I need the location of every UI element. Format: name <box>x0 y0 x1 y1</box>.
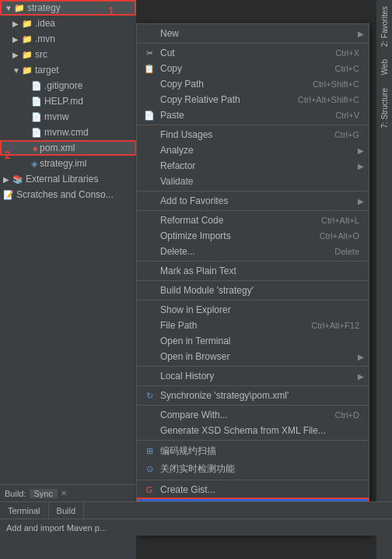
tree-label: pom.xml <box>40 142 75 153</box>
tab-build[interactable]: Build <box>49 502 84 519</box>
tab-terminal[interactable]: Terminal <box>0 502 49 519</box>
expand-arrow <box>12 35 22 44</box>
menu-label: Compare With... <box>160 410 320 420</box>
menu-item-mark-plain[interactable]: Mark as Plain Text <box>137 263 369 279</box>
submenu-arrow: ▶ <box>358 372 364 381</box>
structure-tab-label: 7: Structure <box>380 88 389 128</box>
menu-separator <box>137 405 369 406</box>
scratch-icon: 📝 <box>3 190 14 200</box>
file-icon: 📄 <box>31 97 42 107</box>
menu-label: 关闭实时检测功能 <box>160 462 359 476</box>
tree-item-strategyiml[interactable]: ◈ strategy.iml <box>0 156 136 171</box>
realtime-icon: ⊙ <box>143 464 156 474</box>
menu-item-open-terminal[interactable]: Open in Terminal <box>137 333 369 349</box>
menu-item-file-path[interactable]: File Path Ctrl+Alt+F12 <box>137 318 369 333</box>
menu-item-optimize[interactable]: Optimize Imports Ctrl+Alt+O <box>137 228 369 244</box>
menu-item-new[interactable]: New ▶ <box>137 26 369 41</box>
folder-icon: 📁 <box>22 50 33 60</box>
copy-icon: 📋 <box>143 64 156 74</box>
shortcut: Ctrl+Alt+O <box>320 231 359 241</box>
expand-arrow <box>12 19 22 28</box>
tree-item-src[interactable]: 📁 src <box>0 47 136 62</box>
menu-item-local-history[interactable]: Local History ▶ <box>137 368 369 384</box>
tree-label: External Libraries <box>26 174 98 185</box>
tree-label: Scratches and Conso... <box>16 189 114 200</box>
menu-separator <box>137 210 369 211</box>
menu-label: New <box>160 28 359 39</box>
tab-close-icon[interactable]: ✕ <box>61 489 67 497</box>
menu-item-realtime[interactable]: ⊙ 关闭实时检测功能 <box>137 460 369 478</box>
menu-item-reformat[interactable]: Reformat Code Ctrl+Alt+L <box>137 213 369 228</box>
annotation-1: 1 <box>108 5 114 17</box>
menu-separator <box>137 261 369 262</box>
menu-item-copy-path[interactable]: Copy Path Ctrl+Shift+C <box>137 76 369 92</box>
menu-item-cut[interactable]: ✂ Cut Ctrl+X <box>137 45 369 61</box>
menu-item-gen-xsd[interactable]: Generate XSD Schema from XML File... <box>137 423 369 438</box>
menu-label: Copy <box>160 63 320 74</box>
shortcut: Ctrl+V <box>335 111 359 120</box>
menu-item-paste[interactable]: 📄 Paste Ctrl+V <box>137 107 369 123</box>
build-label: Build: <box>5 489 26 498</box>
menu-item-analyze[interactable]: Analyze ▶ <box>137 142 369 158</box>
tree-item-idea[interactable]: 📁 .idea <box>0 16 136 31</box>
shortcut: Ctrl+G <box>334 130 359 139</box>
tree-label: target <box>35 65 59 76</box>
menu-item-show-explorer[interactable]: Show in Explorer <box>137 302 369 318</box>
folder-icon: 📁 <box>22 65 33 76</box>
bottom-tabs-bar: Terminal Build <box>0 501 392 519</box>
folder-icon: 📁 <box>22 19 33 29</box>
tab-favorites[interactable]: 2: Favorites <box>379 0 390 53</box>
menu-item-add-favorites[interactable]: Add to Favorites ▶ <box>137 193 369 209</box>
menu-item-find-usages[interactable]: Find Usages Ctrl+G <box>137 127 369 142</box>
shortcut: Delete <box>334 247 359 256</box>
menu-label: Open in Terminal <box>160 336 359 346</box>
terminal-tab-label: Terminal <box>8 506 40 515</box>
submenu-arrow: ▶ <box>358 353 364 361</box>
submenu-arrow: ▶ <box>358 162 364 171</box>
tree-item-pomxml[interactable]: ■ pom.xml <box>0 140 136 156</box>
status-text: Add and import Maven p... <box>6 523 107 533</box>
tree-root-strategy[interactable]: 📁 strategy <box>0 0 136 16</box>
menu-item-synchronize[interactable]: ↻ Synchronize 'strategy\pom.xml' <box>137 388 369 403</box>
expand-arrow <box>12 51 22 59</box>
menu-item-validate[interactable]: Validate <box>137 174 369 189</box>
menu-item-open-browser[interactable]: Open in Browser ▶ <box>137 349 369 364</box>
menu-label: Validate <box>160 176 359 187</box>
folder-icon: 📁 <box>14 3 25 13</box>
menu-label: Refactor <box>160 160 359 171</box>
menu-label: Create Gist... <box>160 484 359 495</box>
tree-item-mvnw[interactable]: 📄 mvnw <box>0 109 136 125</box>
menu-item-copy-rel-path[interactable]: Copy Relative Path Ctrl+Alt+Shift+C <box>137 92 369 107</box>
status-bar: Add and import Maven p... <box>0 519 392 536</box>
menu-label: Cut <box>160 47 320 58</box>
menu-item-refactor[interactable]: Refactor ▶ <box>137 158 369 174</box>
menu-item-compare-with[interactable]: Compare With... Ctrl+D <box>137 407 369 423</box>
sync-tab[interactable]: Sync <box>30 489 58 498</box>
menu-label: Delete... <box>160 246 319 257</box>
tab-structure[interactable]: 7: Structure <box>379 82 390 135</box>
menu-item-create-gist[interactable]: G Create Gist... <box>137 482 369 497</box>
menu-item-encode[interactable]: ⊞ 编码规约扫描 <box>137 442 369 460</box>
expand-arrow <box>3 175 12 184</box>
shortcut: Ctrl+Alt+F12 <box>311 321 359 330</box>
tree-item-scratches[interactable]: 📝 Scratches and Conso... <box>0 187 136 202</box>
menu-item-build-module[interactable]: Build Module 'strategy' <box>137 283 369 298</box>
tree-item-gitignore[interactable]: 📄 .gitignore <box>0 78 136 93</box>
menu-separator <box>137 385 369 386</box>
submenu-arrow: ▶ <box>358 146 364 155</box>
menu-item-delete[interactable]: Delete... Delete <box>137 244 369 259</box>
menu-item-copy[interactable]: 📋 Copy Ctrl+C <box>137 61 369 76</box>
tree-item-helpmd[interactable]: 📄 HELP.md <box>0 93 136 109</box>
tree-label: mvnw.cmd <box>44 127 89 138</box>
tree-item-extlibs[interactable]: 📚 External Libraries <box>0 171 136 187</box>
paste-icon: 📄 <box>143 111 156 121</box>
favorites-tab-label: 2: Favorites <box>380 6 389 47</box>
tree-item-target[interactable]: 📁 target <box>0 62 136 78</box>
menu-label: Add to Favorites <box>160 195 359 206</box>
shortcut: Ctrl+Alt+Shift+C <box>298 95 359 104</box>
tree-item-mvnwcmd[interactable]: 📄 mvnw.cmd <box>0 125 136 140</box>
tab-web[interactable]: Web <box>379 53 390 81</box>
tree-item-mvn[interactable]: 📁 .mvn <box>0 31 136 47</box>
tree-label: mvnw <box>44 111 68 122</box>
menu-label: Paste <box>160 110 320 121</box>
